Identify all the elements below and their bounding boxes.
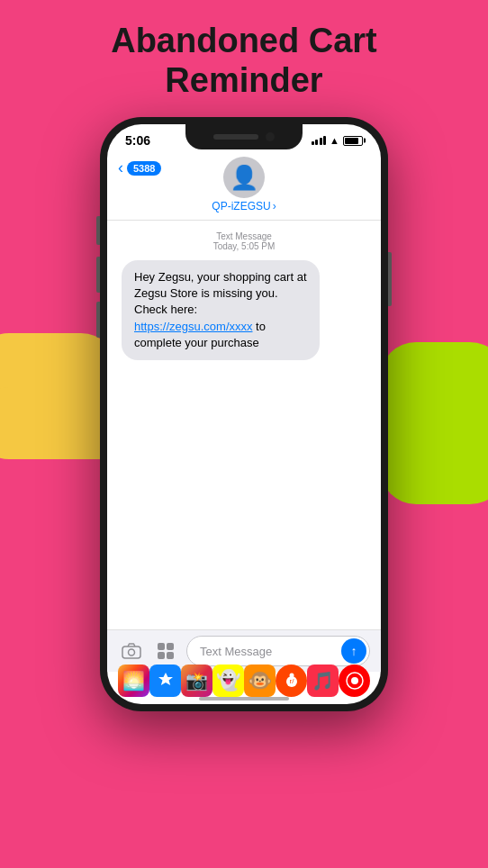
extra-app-icon[interactable]: [339, 665, 370, 697]
send-button[interactable]: ↑: [341, 638, 366, 664]
message-bubble: Hey Zegsu, your shopping cart at Zegsu S…: [122, 260, 320, 360]
page-title: Abandoned Cart Reminder: [0, 0, 488, 118]
back-badge[interactable]: 5388: [127, 161, 161, 176]
home-indicator: [199, 697, 289, 701]
notch-camera: [266, 132, 275, 141]
contact-name[interactable]: QP-iZEGSU ›: [212, 200, 276, 212]
svg-rect-3: [167, 643, 174, 650]
phone-screen: 5:06 ▲ ‹ 538: [107, 124, 381, 704]
camera-icon[interactable]: [118, 637, 145, 665]
back-button[interactable]: ‹ 5388: [118, 158, 161, 177]
avatar-person-icon: 👤: [230, 164, 258, 192]
power-button: [388, 252, 392, 306]
svg-point-1: [129, 649, 135, 656]
send-arrow-icon: ↑: [351, 644, 357, 658]
message-area: Text Message Today, 5:05 PM Hey Zegsu, y…: [107, 221, 381, 584]
status-time: 5:06: [125, 133, 150, 148]
svg-rect-5: [167, 652, 174, 659]
volume-up-button: [96, 257, 100, 293]
reddit-app-icon[interactable]: r/: [276, 665, 307, 697]
message-link[interactable]: https://zegsu.com/xxxx: [134, 320, 253, 333]
app-dock: 🌅 📸 👻 🐵 r/ 🎵: [107, 665, 381, 697]
contact-avatar: 👤: [223, 157, 265, 198]
snapchat-app-icon[interactable]: 👻: [212, 665, 244, 697]
messages-header: ‹ 5388 👤 QP-iZEGSU ›: [107, 151, 381, 221]
phone-frame: 5:06 ▲ ‹ 538: [100, 117, 388, 711]
svg-text:r/: r/: [289, 677, 294, 685]
volume-down-button: [96, 302, 100, 338]
status-icons: ▲: [312, 135, 363, 146]
notch-speaker: [213, 134, 258, 140]
appstore-icon[interactable]: [152, 637, 179, 665]
text-input-placeholder: Text Message: [200, 645, 272, 658]
svg-rect-4: [158, 652, 165, 659]
photos-app-icon[interactable]: 🌅: [118, 665, 149, 697]
appstore-app-icon[interactable]: [149, 665, 181, 697]
svg-rect-2: [158, 643, 165, 650]
wifi-icon: ▲: [330, 135, 339, 146]
music-app-icon[interactable]: 🎵: [307, 665, 339, 697]
back-chevron-icon: ‹: [118, 158, 123, 177]
svg-point-10: [351, 677, 358, 684]
deco-green-right: [380, 342, 488, 504]
message-timestamp: Text Message Today, 5:05 PM: [122, 231, 366, 251]
text-input-wrapper: Text Message ↑: [186, 636, 370, 666]
notch: [185, 124, 303, 149]
text-message-input[interactable]: Text Message ↑: [186, 636, 370, 666]
instagram-app-icon[interactable]: 📸: [181, 665, 212, 697]
svg-rect-0: [122, 646, 140, 658]
phone-body: 5:06 ▲ ‹ 538: [100, 117, 388, 711]
battery-icon: [343, 136, 363, 146]
monkey-app-icon[interactable]: 🐵: [244, 665, 276, 697]
signal-bars: [312, 136, 327, 145]
